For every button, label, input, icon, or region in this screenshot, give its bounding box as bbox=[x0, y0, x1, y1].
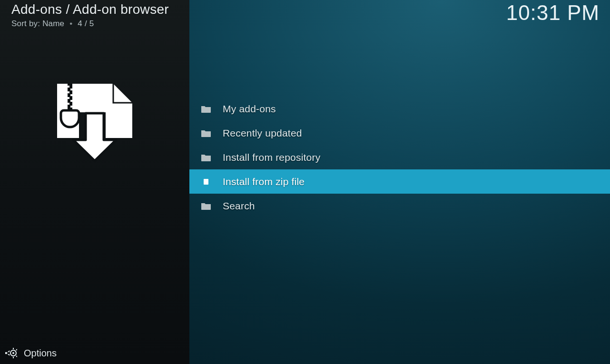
svg-line-14 bbox=[16, 356, 17, 357]
menu-list: My add-ons Recently updated Install from… bbox=[189, 97, 610, 218]
svg-point-10 bbox=[12, 352, 14, 354]
folder-icon bbox=[201, 202, 211, 210]
options-button[interactable]: Options bbox=[5, 347, 57, 359]
folder-icon bbox=[201, 105, 211, 113]
svg-rect-3 bbox=[68, 91, 69, 93]
options-icon bbox=[5, 347, 17, 359]
svg-rect-4 bbox=[70, 94, 72, 96]
menu-item-my-addons[interactable]: My add-ons bbox=[189, 97, 610, 121]
menu-item-label: Install from repository bbox=[223, 152, 320, 163]
folder-icon bbox=[201, 153, 211, 162]
menu-item-search[interactable]: Search bbox=[189, 194, 610, 218]
menu-item-recently-updated[interactable]: Recently updated bbox=[189, 121, 610, 145]
folder-icon bbox=[201, 129, 211, 138]
menu-item-install-from-repository[interactable]: Install from repository bbox=[189, 145, 610, 169]
sort-line: Sort by: Name • 4 / 5 bbox=[11, 19, 94, 29]
svg-rect-1 bbox=[68, 86, 69, 88]
list-position: 4 / 5 bbox=[78, 19, 94, 28]
svg-rect-7 bbox=[68, 103, 69, 105]
menu-item-label: Recently updated bbox=[223, 128, 302, 139]
clock: 10:31 PM bbox=[506, 1, 600, 25]
svg-rect-8 bbox=[70, 106, 72, 108]
sidebar: Add-ons / Add-on browser Sort by: Name •… bbox=[0, 0, 189, 364]
options-label: Options bbox=[24, 348, 57, 359]
menu-item-install-from-zip-file[interactable]: Install from zip file bbox=[189, 169, 610, 194]
menu-item-label: Install from zip file bbox=[223, 176, 305, 187]
svg-line-13 bbox=[16, 349, 17, 350]
menu-item-label: My add-ons bbox=[223, 103, 276, 115]
main-panel: 10:31 PM My add-ons Recently updated Ins… bbox=[189, 0, 610, 364]
file-icon bbox=[201, 177, 211, 186]
breadcrumb: Add-ons / Add-on browser bbox=[11, 2, 169, 17]
zip-download-icon bbox=[54, 82, 135, 163]
svg-rect-15 bbox=[204, 179, 208, 185]
separator-dot: • bbox=[69, 19, 72, 28]
svg-rect-2 bbox=[70, 89, 72, 90]
svg-rect-5 bbox=[68, 97, 69, 99]
sort-value: Name bbox=[42, 19, 64, 28]
svg-rect-6 bbox=[70, 100, 72, 102]
sort-label: Sort by: bbox=[11, 19, 40, 28]
menu-item-label: Search bbox=[223, 200, 255, 212]
